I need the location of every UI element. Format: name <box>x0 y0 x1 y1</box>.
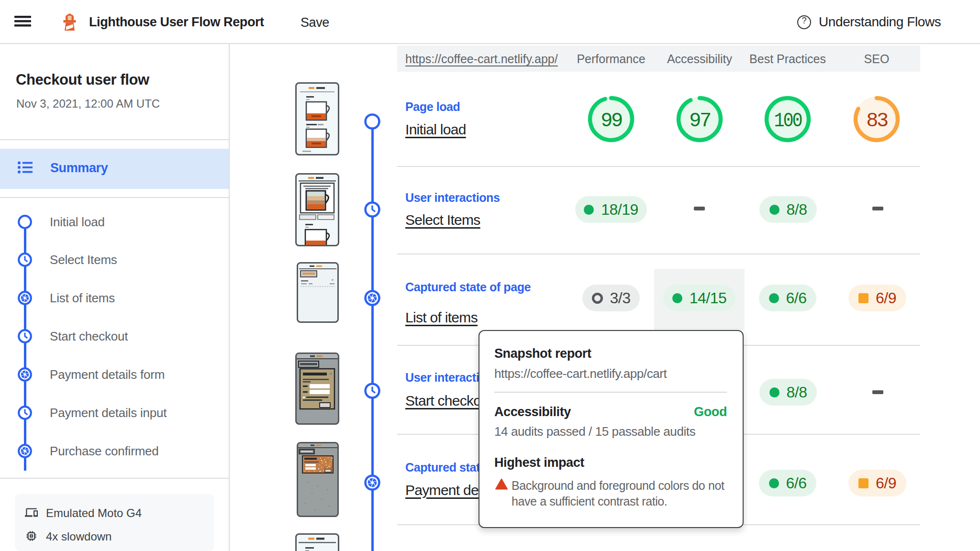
svg-text:83: 83 <box>866 110 888 132</box>
svg-text:100: 100 <box>774 110 802 132</box>
svg-text:97: 97 <box>689 110 710 132</box>
svg-text:99: 99 <box>601 110 622 132</box>
